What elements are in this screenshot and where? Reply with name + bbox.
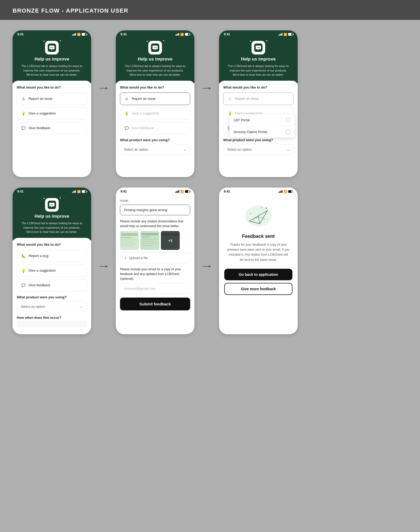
- more-feedback-btn[interactable]: Give more feedback: [224, 283, 292, 295]
- arrow-2: [203, 30, 211, 89]
- report-issue-btn-1[interactable]: ⚠ Report an issue: [17, 92, 87, 105]
- svg-point-7: [156, 47, 157, 48]
- photos-label: Please include any related photos/videos…: [120, 219, 190, 228]
- how-often-input-hint[interactable]: [17, 321, 87, 327]
- bulb-icon-4: 💡: [21, 268, 26, 273]
- issue-value: Printing margins gone wrong: [124, 208, 167, 212]
- option-label: Report an issue: [132, 97, 156, 101]
- sparkle-icon-4: ✦: [146, 40, 148, 43]
- svg-rect-27: [141, 241, 155, 242]
- card-label-2: What would you like to do?: [120, 85, 190, 89]
- app-logo-3: ✦ ✦: [252, 41, 265, 54]
- option-label: Give feedback: [29, 126, 50, 130]
- svg-rect-26: [141, 239, 158, 240]
- suggestion-btn-1[interactable]: 💡 Give a suggestion: [17, 107, 87, 120]
- sparkle-icon-7: ✦: [59, 196, 61, 199]
- bottom-row: 9:41 📶 ✦: [13, 188, 407, 334]
- svg-rect-21: [121, 244, 136, 245]
- signal-icon-3: [279, 33, 282, 36]
- radio-grocery: [286, 129, 290, 134]
- header-title-4: Help us improve: [35, 214, 69, 219]
- time-1: 9:41: [17, 32, 24, 36]
- app-logo-4: ✦ ✦: [45, 198, 59, 212]
- photo-count: +3: [168, 239, 172, 243]
- sparkle-icon-2: ✦: [43, 40, 45, 43]
- sparkle-icon-5: ✦: [266, 39, 268, 42]
- card-label-4: What would you like to do?: [17, 243, 87, 246]
- time-4: 9:41: [17, 190, 24, 193]
- app-logo-2: ✦ ✦: [148, 41, 162, 54]
- card-label-3: What would you like to do?: [223, 85, 293, 89]
- battery-icon-4: [82, 190, 86, 193]
- wifi-icon: 📶: [77, 33, 81, 36]
- arrow-line-4: [203, 266, 211, 267]
- bulb-icon: 💡: [21, 111, 26, 116]
- option-label: Report an issue: [29, 97, 52, 101]
- header-title-1: Help us improve: [35, 57, 69, 62]
- svg-text:✦: ✦: [250, 213, 252, 215]
- svg-rect-25: [141, 236, 149, 238]
- time-3: 9:41: [224, 32, 230, 36]
- dropdown-item-lbt[interactable]: LBT Portal: [230, 114, 294, 126]
- how-often-label: How often does this occur?: [17, 316, 87, 320]
- time-2: 9:41: [121, 32, 127, 36]
- card-4: What would you like to do? 🐛 Report a bu…: [13, 238, 91, 332]
- product-select-4[interactable]: Select an option ⌄: [17, 301, 87, 312]
- feedback-btn-1[interactable]: 💬 Give feedback: [17, 122, 87, 134]
- dropdown-item-label: LBT Portal: [234, 118, 250, 122]
- product-select-3[interactable]: Select an option ⌄: [223, 144, 293, 155]
- battery-icon-5: [185, 190, 190, 193]
- email-input[interactable]: lcbonext@gmail.com: [120, 283, 190, 294]
- upload-btn[interactable]: ⇧ Upload a file: [120, 253, 190, 263]
- signal-icon-4: [72, 190, 76, 193]
- card-1: What would you like to do? ⚠ Report an i…: [13, 81, 91, 141]
- report-issue-btn-3[interactable]: ⚠ Report an issue: [223, 92, 293, 105]
- signal-icon-2: [175, 33, 179, 36]
- battery-icon-6: [288, 190, 293, 193]
- photo-thumb-2: [140, 231, 159, 250]
- app-header-4: ✦ ✦ Help us improve The LCBOnext lab is …: [13, 195, 91, 240]
- svg-point-5: [154, 47, 155, 48]
- go-back-btn[interactable]: Go back to application: [224, 269, 292, 280]
- wifi-icon-4: 📶: [77, 190, 81, 193]
- time-5: 9:41: [121, 190, 127, 193]
- suggestion-btn-2[interactable]: 💡 Give a suggestion: [120, 107, 190, 120]
- svg-rect-29: [141, 245, 152, 246]
- issue-input[interactable]: Printing margins gone wrong: [120, 205, 190, 215]
- svg-point-14: [52, 205, 52, 205]
- upload-icon: ⇧: [124, 256, 127, 260]
- sent-illustration: ✦ ✦ ✦: [243, 203, 274, 229]
- page-header: BRONZE FLOW - APPLICATION USER: [0, 0, 420, 20]
- svg-rect-19: [121, 239, 138, 240]
- header-desc-2: The LCBOnext lab is always looking for w…: [121, 64, 189, 77]
- status-icons-6: 📶: [279, 190, 293, 193]
- svg-point-2: [52, 47, 52, 48]
- feedback-btn-4[interactable]: 💬 Give feedback: [17, 279, 87, 292]
- arrow-4: [203, 188, 211, 267]
- status-icons-5: 📶: [175, 190, 190, 193]
- report-bug-btn[interactable]: 🐛 Report a bug: [17, 250, 87, 262]
- sparkle-icon-6: ✦: [249, 40, 252, 43]
- product-label-4: What product were you using?: [17, 295, 87, 299]
- feedback-btn-2[interactable]: 💬 Give feedback: [120, 122, 190, 134]
- status-icons-4: 📶: [72, 190, 86, 193]
- submit-btn[interactable]: Submit feedback: [120, 298, 190, 310]
- screen-1: 9:41 📶 ✦: [13, 30, 91, 177]
- status-bar-5: 9:41 📶: [116, 188, 194, 195]
- svg-point-1: [51, 47, 51, 48]
- arrow-line-2: [203, 88, 211, 89]
- dropdown-item-label: Grocery Claims Portal: [234, 130, 267, 134]
- battery-icon: [82, 33, 86, 36]
- arrow-1: [100, 30, 107, 89]
- suggestion-btn-4[interactable]: 💡 Give a suggestion: [17, 264, 87, 277]
- report-issue-btn-2[interactable]: ⚠ Report an issue: [120, 92, 190, 105]
- header-title-3: Help us improve: [241, 57, 276, 62]
- dropdown-item-grocery[interactable]: Grocery Claims Portal: [230, 126, 294, 138]
- svg-rect-20: [121, 242, 134, 243]
- msg-icon: 💬: [21, 125, 26, 131]
- svg-rect-18: [121, 237, 132, 238]
- alert-icon-2: ⚠: [124, 96, 129, 101]
- svg-marker-32: [249, 211, 268, 224]
- dropdown-popup: LBT Portal Grocery Claims Portal: [230, 114, 294, 138]
- product-select-2[interactable]: Select an option ⌄: [120, 144, 190, 155]
